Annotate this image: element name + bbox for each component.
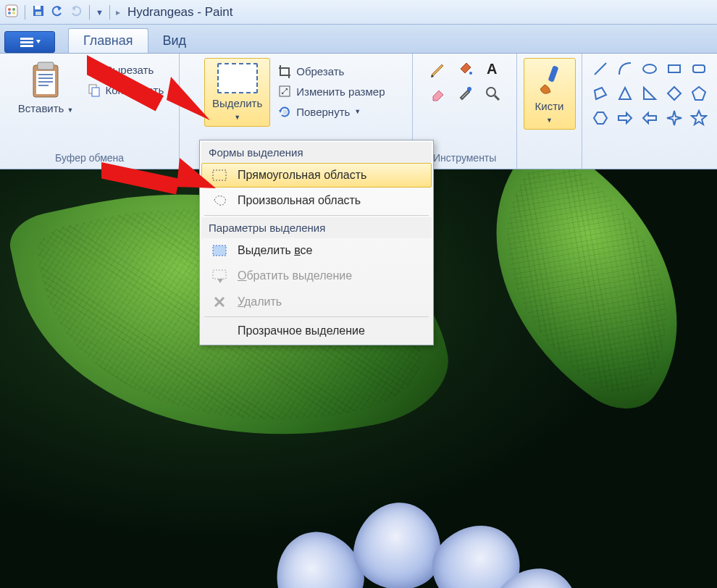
shape-line[interactable] — [590, 58, 611, 80]
delete-icon — [211, 295, 227, 309]
shape-rect[interactable] — [663, 58, 685, 80]
svg-point-32 — [469, 72, 472, 75]
dropdown-section-forms: Формы выделения — [201, 142, 432, 163]
svg-marker-55 — [217, 279, 223, 283]
svg-marker-30 — [279, 110, 282, 113]
svg-rect-11 — [20, 41, 33, 43]
svg-point-1 — [8, 8, 11, 11]
select-all-item[interactable]: Выделить все — [201, 238, 432, 263]
shape-poly[interactable] — [590, 83, 611, 104]
shape-hexagon[interactable] — [590, 107, 611, 129]
shape-star4[interactable] — [663, 107, 685, 129]
undo-icon[interactable] — [50, 4, 64, 21]
file-menu-button[interactable] — [4, 31, 55, 53]
eraser-tool[interactable] — [425, 83, 450, 104]
image-leaf — [432, 169, 717, 426]
svg-point-4 — [12, 12, 15, 14]
resize-icon — [277, 84, 292, 98]
crop-icon — [277, 64, 292, 78]
svg-rect-37 — [548, 65, 558, 82]
svg-rect-0 — [6, 5, 17, 17]
svg-point-3 — [8, 12, 11, 14]
clipboard-icon — [29, 61, 62, 100]
picker-tool[interactable] — [453, 83, 477, 104]
select-all-icon — [211, 244, 227, 257]
svg-rect-17 — [38, 74, 53, 75]
svg-rect-18 — [38, 77, 53, 79]
redo-icon[interactable] — [69, 4, 83, 21]
quick-access-toolbar: ▼ — [0, 4, 116, 21]
svg-point-34 — [467, 87, 471, 91]
invert-icon — [211, 269, 227, 283]
shape-roundrect[interactable] — [688, 58, 710, 80]
resize-button[interactable]: Изменить размер — [274, 83, 387, 100]
svg-rect-15 — [38, 62, 54, 70]
delete-selection-item[interactable]: Удалить — [201, 289, 432, 315]
svg-rect-6 — [35, 6, 41, 9]
rotate-button[interactable]: Повернуть ▼ — [274, 103, 387, 120]
svg-point-2 — [12, 8, 15, 11]
group-brushes: Кисти▼ — [517, 54, 582, 169]
crop-button[interactable]: Обрезать — [274, 62, 387, 80]
shape-star5[interactable] — [688, 107, 710, 129]
shape-curve[interactable] — [614, 58, 636, 80]
title-arrow-icon: ▸ — [116, 7, 120, 17]
svg-rect-7 — [35, 12, 41, 15]
svg-point-35 — [487, 88, 495, 96]
select-dropdown-menu: Формы выделения Прямоугольная область Пр… — [199, 140, 434, 345]
select-button[interactable]: Выделить▼ — [204, 58, 270, 127]
group-shapes — [582, 54, 717, 169]
svg-marker-13 — [36, 40, 41, 43]
qat-dropdown-icon[interactable]: ▼ — [96, 8, 104, 17]
svg-marker-49 — [643, 113, 656, 123]
svg-marker-46 — [692, 87, 705, 100]
select-rectangular-item[interactable]: Прямоугольная область — [201, 163, 432, 188]
select-freeform-item[interactable]: Произвольная область — [201, 188, 432, 214]
shape-rarrow[interactable] — [614, 107, 636, 129]
title-bar: ▼ ▸ Hydrangeas - Paint — [0, 0, 717, 25]
brush-icon — [534, 63, 565, 98]
shape-oval[interactable] — [639, 58, 661, 80]
text-tool[interactable]: A — [480, 58, 505, 80]
shape-larrow[interactable] — [639, 107, 661, 129]
svg-marker-44 — [644, 88, 655, 99]
app-icon — [4, 4, 19, 21]
annotation-arrow-1 — [87, 42, 210, 125]
select-rect-icon — [217, 63, 258, 93]
svg-marker-48 — [619, 113, 632, 123]
shape-diamond[interactable] — [663, 83, 685, 104]
svg-rect-31 — [283, 110, 288, 114]
svg-rect-19 — [38, 81, 53, 83]
annotation-arrow-2 — [101, 152, 217, 206]
image-flower — [232, 445, 637, 588]
rotate-icon — [277, 104, 292, 119]
window-title: Hydrangeas - Paint — [127, 5, 233, 20]
svg-marker-47 — [594, 112, 607, 124]
svg-rect-53 — [213, 245, 226, 256]
fill-tool[interactable] — [453, 58, 477, 80]
svg-rect-60 — [101, 162, 180, 194]
svg-marker-59 — [167, 77, 210, 120]
svg-marker-61 — [177, 158, 216, 188]
svg-marker-51 — [692, 111, 706, 125]
svg-marker-43 — [619, 88, 631, 99]
save-icon[interactable] — [31, 4, 46, 21]
svg-rect-10 — [20, 38, 33, 40]
invert-selection-item[interactable]: Обратить выделение — [201, 263, 432, 289]
brushes-button[interactable]: Кисти▼ — [524, 58, 576, 130]
svg-rect-41 — [693, 65, 705, 72]
shape-rtriangle[interactable] — [639, 83, 661, 104]
svg-line-36 — [495, 96, 499, 100]
transparent-selection-item[interactable]: Прозрачное выделение — [201, 319, 432, 343]
shape-pentagon[interactable] — [688, 83, 710, 104]
pencil-tool[interactable] — [425, 58, 450, 80]
svg-point-39 — [643, 64, 656, 73]
paste-button[interactable]: Вставить ▼ — [12, 58, 80, 118]
svg-marker-45 — [668, 87, 681, 100]
svg-marker-50 — [667, 111, 682, 125]
svg-text:A: A — [487, 61, 497, 77]
svg-rect-58 — [87, 55, 164, 112]
svg-rect-54 — [213, 270, 226, 279]
shape-triangle[interactable] — [614, 83, 636, 104]
magnifier-tool[interactable] — [480, 83, 505, 104]
